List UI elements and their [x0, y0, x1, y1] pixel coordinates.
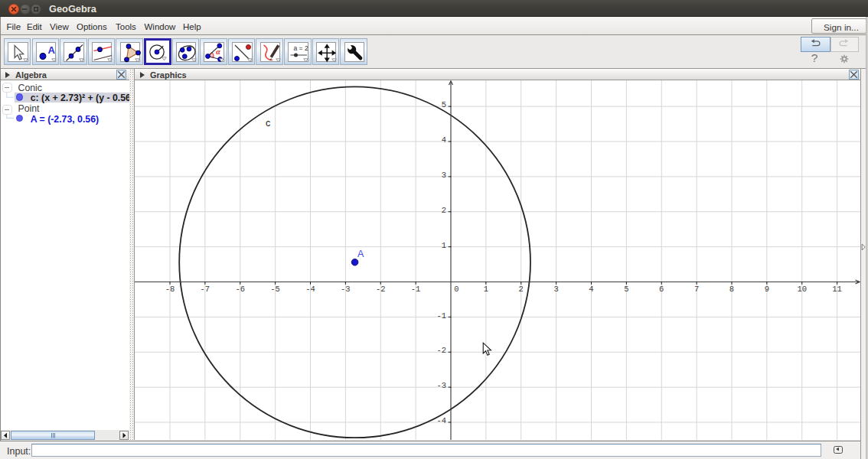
- svg-text:-1: -1: [436, 311, 446, 321]
- svg-text:A: A: [357, 249, 364, 259]
- svg-text:α: α: [217, 47, 221, 56]
- svg-text:5: 5: [624, 285, 628, 294]
- svg-text:11: 11: [832, 285, 842, 294]
- svg-text:3: 3: [553, 285, 558, 294]
- svg-text:4: 4: [442, 135, 446, 145]
- svg-text:-7: -7: [201, 285, 210, 294]
- svg-text:-8: -8: [165, 285, 175, 294]
- svg-text:-4: -4: [305, 285, 315, 294]
- svg-text:7: 7: [694, 285, 699, 294]
- svg-text:4: 4: [589, 285, 593, 294]
- svg-text:6: 6: [659, 285, 664, 294]
- svg-text:-2: -2: [376, 285, 386, 294]
- svg-text:A: A: [47, 44, 55, 55]
- svg-text:1: 1: [442, 241, 446, 250]
- svg-text:-5: -5: [270, 285, 280, 294]
- svg-text:2: 2: [519, 285, 524, 294]
- svg-text:10: 10: [797, 285, 807, 294]
- svg-text:5: 5: [442, 100, 446, 109]
- svg-text:8: 8: [729, 285, 734, 294]
- svg-text:-3: -3: [341, 285, 351, 294]
- svg-text:c: c: [266, 118, 270, 129]
- svg-text:-1: -1: [411, 285, 421, 294]
- svg-text:a = 2: a = 2: [294, 44, 308, 51]
- svg-text:1: 1: [484, 285, 488, 294]
- svg-text:3: 3: [442, 171, 446, 180]
- svg-text:9: 9: [765, 285, 769, 294]
- svg-text:-6: -6: [235, 285, 245, 294]
- svg-text:-4: -4: [436, 416, 446, 425]
- svg-text:-3: -3: [436, 381, 446, 390]
- svg-text:-2: -2: [436, 346, 446, 355]
- svg-text:0: 0: [454, 285, 458, 294]
- svg-text:2: 2: [442, 206, 446, 215]
